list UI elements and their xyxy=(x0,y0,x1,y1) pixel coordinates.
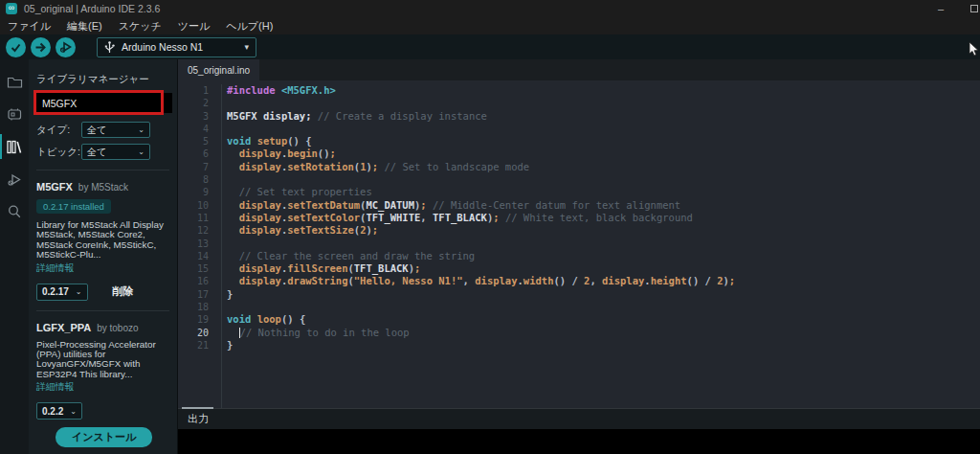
minimize-button[interactable]: – xyxy=(938,5,944,12)
code-editor[interactable]: 123456789101112131415161718192021 #inclu… xyxy=(178,80,980,408)
output-console xyxy=(178,429,980,454)
code-lines: #include <M5GFX.h>M5GFX display; // Crea… xyxy=(222,84,980,408)
activity-bar xyxy=(0,59,29,454)
more-info-link[interactable]: 詳細情報 xyxy=(36,262,167,275)
library-author: by tobozo xyxy=(97,323,138,333)
library-description: Pixel-Processing Accelerator (PPA) utili… xyxy=(36,340,167,380)
library-actions: 0.2.17 ⌄ 削除 xyxy=(36,284,167,301)
version-select[interactable]: 0.2.17 ⌄ xyxy=(36,284,88,301)
sidebar-item-search[interactable] xyxy=(0,195,29,228)
library-manager-panel: ライブラリマネージャー タイプ: 全て ⌄ トピック: 全て ⌄ M5GFX b… xyxy=(29,59,178,454)
topic-filter-select[interactable]: 全て ⌄ xyxy=(81,144,150,160)
menu-edit[interactable]: 編集(E) xyxy=(67,19,102,34)
topic-filter-value: 全て xyxy=(87,146,138,159)
arrow-right-icon xyxy=(34,41,47,54)
menu-sketch[interactable]: スケッチ xyxy=(119,19,162,34)
remove-button[interactable]: 削除 xyxy=(113,284,134,299)
topic-filter-row: トピック: 全て ⌄ xyxy=(36,144,177,160)
library-name: LGFX_PPA xyxy=(36,322,91,333)
main-area: ライブラリマネージャー タイプ: 全て ⌄ トピック: 全て ⌄ M5GFX b… xyxy=(0,59,980,454)
tab-output[interactable]: 出力 xyxy=(188,412,209,426)
version-value: 0.2.17 xyxy=(42,286,69,297)
window-title: 05_original | Arduino IDE 2.3.6 xyxy=(24,3,160,14)
library-author: by M5Stack xyxy=(78,182,128,193)
library-search xyxy=(36,93,172,113)
editor-area: 05_original.ino 123456789101112131415161… xyxy=(178,59,980,454)
chevron-down-icon: ⌄ xyxy=(70,407,77,416)
usb-plug-icon xyxy=(104,41,115,54)
board-selector[interactable]: Arduino Nesso N1 ▾ xyxy=(97,37,256,57)
sidebar-item-debug[interactable] xyxy=(0,163,29,195)
board-chip-icon xyxy=(7,107,23,122)
menubar: ファイル 編集(E) スケッチ ツール ヘルプ(H) xyxy=(0,17,980,34)
search-icon xyxy=(7,204,22,219)
topic-filter-label: トピック: xyxy=(36,147,81,157)
type-filter-select[interactable]: 全て ⌄ xyxy=(81,122,150,138)
titlebar: ∞ 05_original | Arduino IDE 2.3.6 – xyxy=(0,0,980,17)
library-name: M5GFX xyxy=(36,181,73,193)
folder-icon xyxy=(7,75,23,89)
maximize-button[interactable] xyxy=(970,5,978,12)
type-filter-label: タイプ: xyxy=(36,125,81,135)
type-filter-value: 全て xyxy=(87,124,138,137)
debug-icon xyxy=(7,172,23,187)
chevron-down-icon: ⌄ xyxy=(138,125,145,134)
menu-help[interactable]: ヘルプ(H) xyxy=(226,19,273,34)
board-selector-value: Arduino Nesso N1 xyxy=(122,41,244,53)
chevron-down-icon: ▾ xyxy=(244,42,249,52)
chevron-down-icon: ⌄ xyxy=(138,148,145,156)
version-select[interactable]: 0.2.2 ⌄ xyxy=(36,402,82,420)
more-info-link[interactable]: 詳細情報 xyxy=(36,381,167,394)
library-books-icon xyxy=(6,139,23,155)
verify-button[interactable] xyxy=(6,37,26,57)
library-search-input[interactable] xyxy=(36,93,172,113)
arduino-logo-icon: ∞ xyxy=(6,3,17,14)
menu-tools[interactable]: ツール xyxy=(178,19,211,34)
library-card-m5gfx: M5GFX by M5Stack 0.2.17 installed Librar… xyxy=(36,170,177,301)
tab-strip: 05_original.ino xyxy=(178,59,980,80)
library-description: Library for M5Stack All Display M5Stack,… xyxy=(36,220,167,261)
panel-resize-handle[interactable] xyxy=(182,407,213,409)
menu-file[interactable]: ファイル xyxy=(8,19,51,34)
panel-title: ライブラリマネージャー xyxy=(36,73,177,86)
window-controls: – xyxy=(938,0,980,17)
library-actions: 0.2.2 ⌄ xyxy=(36,402,167,420)
toolbar: Arduino Nesso N1 ▾ xyxy=(0,34,980,59)
chevron-down-icon: ⌄ xyxy=(76,287,82,296)
line-number-gutter: 123456789101112131415161718192021 xyxy=(178,84,222,408)
installed-badge: 0.2.17 installed xyxy=(36,199,111,214)
output-tab-row: 出力 xyxy=(178,409,980,429)
debug-icon xyxy=(59,40,73,54)
debug-button[interactable] xyxy=(56,37,76,57)
library-card-lgfx-ppa: LGFX_PPA by tobozo Pixel-Processing Acce… xyxy=(36,311,177,448)
sidebar-item-sketchbook[interactable] xyxy=(0,65,29,98)
type-filter-row: タイプ: 全て ⌄ xyxy=(36,122,177,138)
install-button[interactable]: インストール xyxy=(56,427,152,447)
output-panel: 出力 xyxy=(178,408,980,454)
check-icon xyxy=(10,41,22,54)
tab-05-original-ino[interactable]: 05_original.ino xyxy=(178,59,259,80)
upload-button[interactable] xyxy=(31,37,51,57)
version-value: 0.2.2 xyxy=(42,406,63,417)
sidebar-item-boards-manager[interactable] xyxy=(0,98,29,130)
sidebar-item-library-manager[interactable] xyxy=(0,130,29,163)
